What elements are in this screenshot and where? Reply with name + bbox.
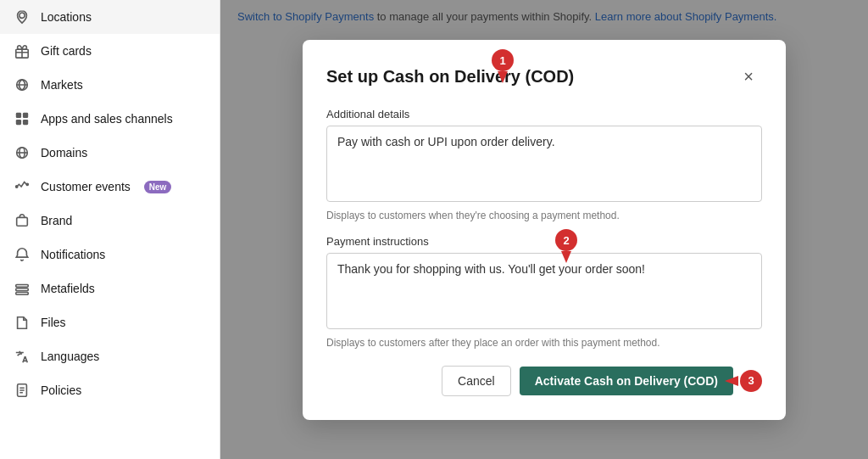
policies-icon bbox=[14, 382, 31, 399]
modal-header: Set up Cash on Delivery (COD) × bbox=[326, 64, 762, 91]
svg-rect-14 bbox=[16, 293, 28, 295]
languages-icon bbox=[14, 348, 31, 365]
sidebar: Locations Gift cards Markets bbox=[0, 0, 220, 459]
sidebar-item-policies[interactable]: Policies bbox=[0, 373, 220, 407]
step-2-marker: 2 bbox=[555, 229, 577, 251]
gift-icon bbox=[14, 42, 31, 59]
sidebar-label-brand: Brand bbox=[41, 214, 72, 227]
sidebar-item-notifications[interactable]: Notifications bbox=[0, 238, 220, 271]
close-button[interactable]: × bbox=[735, 64, 762, 91]
globe-icon bbox=[14, 76, 31, 93]
additional-details-hint: Displays to customers when they're choos… bbox=[326, 210, 762, 221]
sidebar-item-files[interactable]: Files bbox=[0, 305, 220, 339]
modal-footer: Cancel Activate Cash on Delivery (COD) 3 bbox=[326, 366, 762, 396]
sidebar-item-markets[interactable]: Markets bbox=[0, 68, 220, 102]
sidebar-label-apps-sales: Apps and sales channels bbox=[41, 112, 173, 126]
apps-icon bbox=[14, 110, 31, 127]
location-icon bbox=[14, 8, 31, 25]
modal-overlay: 1 2 Set up Cash on Delivery (COD) × Addi… bbox=[220, 0, 868, 459]
sidebar-label-locations: Locations bbox=[41, 10, 92, 24]
brand-icon bbox=[14, 212, 31, 229]
sidebar-label-customer-events: Customer events bbox=[41, 180, 131, 193]
sidebar-item-customer-events[interactable]: Customer events New bbox=[0, 170, 220, 204]
files-icon bbox=[14, 314, 31, 331]
step-3-marker: 3 bbox=[740, 370, 762, 392]
sidebar-label-domains: Domains bbox=[41, 146, 87, 160]
sidebar-label-gift-cards: Gift cards bbox=[41, 44, 92, 58]
svg-rect-5 bbox=[16, 120, 21, 125]
sidebar-item-locations[interactable]: Locations bbox=[0, 0, 220, 34]
svg-rect-12 bbox=[16, 285, 28, 288]
sidebar-label-notifications: Notifications bbox=[41, 248, 105, 261]
additional-details-section: Additional details Pay with cash or UPI … bbox=[326, 108, 762, 221]
svg-point-10 bbox=[26, 183, 28, 185]
sidebar-label-policies: Policies bbox=[41, 383, 81, 397]
payment-instructions-label: Payment instructions bbox=[326, 235, 762, 248]
payment-instructions-section: Payment instructions Thank you for shopp… bbox=[326, 235, 762, 349]
main-content: Switch to Shopify Payments to manage all… bbox=[220, 0, 868, 459]
customer-events-icon bbox=[14, 178, 31, 195]
new-badge: New bbox=[144, 181, 172, 193]
sidebar-item-languages[interactable]: Languages bbox=[0, 339, 220, 373]
cod-modal: Set up Cash on Delivery (COD) × Addition… bbox=[303, 40, 786, 420]
sidebar-label-markets: Markets bbox=[41, 78, 83, 92]
step-1-marker: 1 bbox=[492, 49, 514, 71]
sidebar-item-brand[interactable]: Brand bbox=[0, 204, 220, 238]
additional-details-label: Additional details bbox=[326, 108, 762, 120]
sidebar-item-metafields[interactable]: Metafields bbox=[0, 271, 220, 305]
payment-instructions-hint: Displays to customers after they place a… bbox=[326, 337, 762, 349]
metafields-icon bbox=[14, 280, 31, 297]
domains-icon bbox=[14, 144, 31, 161]
svg-rect-4 bbox=[23, 113, 28, 118]
svg-rect-13 bbox=[16, 288, 28, 291]
cancel-button[interactable]: Cancel bbox=[442, 366, 511, 396]
sidebar-item-gift-cards[interactable]: Gift cards bbox=[0, 34, 220, 68]
svg-rect-6 bbox=[23, 120, 28, 125]
modal-title: Set up Cash on Delivery (COD) bbox=[326, 67, 574, 87]
sidebar-item-domains[interactable]: Domains bbox=[0, 136, 220, 170]
sidebar-label-files: Files bbox=[41, 316, 66, 329]
payment-instructions-textarea[interactable]: Thank you for shopping with us. You'll g… bbox=[326, 253, 762, 329]
sidebar-label-metafields: Metafields bbox=[41, 282, 95, 295]
activate-button[interactable]: Activate Cash on Delivery (COD) bbox=[520, 367, 733, 395]
additional-details-textarea[interactable]: Pay with cash or UPI upon order delivery… bbox=[326, 126, 762, 202]
svg-point-9 bbox=[16, 186, 18, 188]
sidebar-label-languages: Languages bbox=[41, 350, 99, 363]
bell-icon bbox=[14, 246, 31, 263]
svg-rect-11 bbox=[17, 217, 28, 226]
svg-point-0 bbox=[19, 13, 25, 18]
sidebar-item-apps-sales[interactable]: Apps and sales channels bbox=[0, 102, 220, 136]
step-3-wrapper: Activate Cash on Delivery (COD) 3 bbox=[520, 367, 762, 395]
svg-rect-3 bbox=[16, 113, 21, 118]
